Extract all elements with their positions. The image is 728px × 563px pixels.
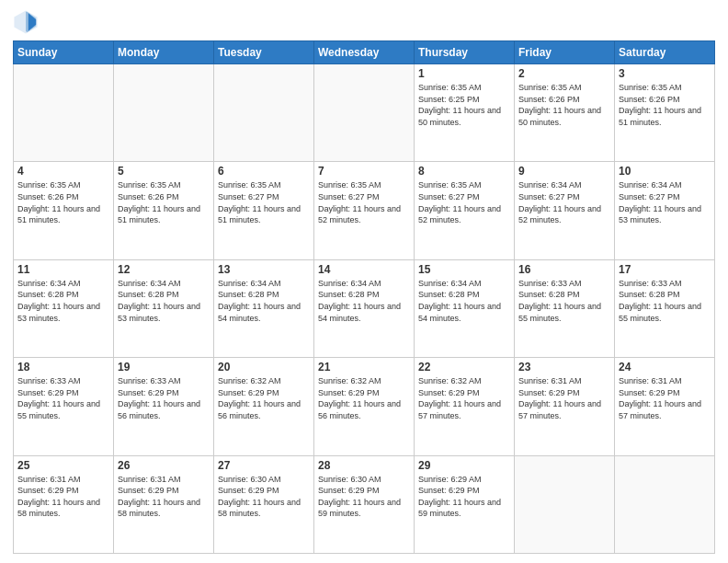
day-info: Sunrise: 6:29 AM Sunset: 6:29 PM Dayligh… [418, 474, 510, 520]
day-info: Sunrise: 6:32 AM Sunset: 6:29 PM Dayligh… [218, 375, 310, 421]
day-header-sunday: Sunday [14, 41, 114, 64]
logo-icon [13, 9, 39, 35]
day-info: Sunrise: 6:34 AM Sunset: 6:28 PM Dayligh… [17, 278, 109, 324]
day-header-monday: Monday [114, 41, 214, 64]
day-cell: 19Sunrise: 6:33 AM Sunset: 6:29 PM Dayli… [114, 358, 214, 455]
day-info: Sunrise: 6:34 AM Sunset: 6:27 PM Dayligh… [518, 179, 610, 225]
day-cell: 27Sunrise: 6:30 AM Sunset: 6:29 PM Dayli… [214, 455, 314, 553]
week-row-5: 25Sunrise: 6:31 AM Sunset: 6:29 PM Dayli… [14, 455, 715, 553]
day-cell [14, 64, 114, 162]
day-cell [615, 455, 715, 553]
day-number: 5 [118, 165, 210, 178]
logo [13, 9, 42, 35]
day-number: 4 [17, 165, 109, 178]
day-info: Sunrise: 6:35 AM Sunset: 6:27 PM Dayligh… [318, 179, 410, 225]
day-number: 7 [318, 165, 410, 178]
day-cell [314, 64, 415, 162]
day-info: Sunrise: 6:31 AM Sunset: 6:29 PM Dayligh… [17, 474, 109, 520]
day-header-tuesday: Tuesday [214, 41, 314, 64]
day-info: Sunrise: 6:35 AM Sunset: 6:26 PM Dayligh… [118, 179, 210, 225]
day-number: 13 [218, 263, 310, 276]
day-info: Sunrise: 6:35 AM Sunset: 6:26 PM Dayligh… [17, 179, 109, 225]
header [13, 9, 715, 35]
day-header-wednesday: Wednesday [314, 41, 415, 64]
week-row-1: 1Sunrise: 6:35 AM Sunset: 6:25 PM Daylig… [14, 64, 715, 162]
day-number: 2 [518, 67, 610, 80]
day-number: 17 [619, 263, 711, 276]
day-info: Sunrise: 6:31 AM Sunset: 6:29 PM Dayligh… [619, 375, 711, 421]
day-number: 18 [17, 361, 109, 373]
day-cell: 15Sunrise: 6:34 AM Sunset: 6:28 PM Dayli… [415, 259, 515, 357]
day-info: Sunrise: 6:33 AM Sunset: 6:29 PM Dayligh… [118, 375, 210, 421]
day-cell: 22Sunrise: 6:32 AM Sunset: 6:29 PM Dayli… [415, 358, 515, 455]
day-number: 27 [218, 459, 310, 472]
day-info: Sunrise: 6:34 AM Sunset: 6:28 PM Dayligh… [218, 278, 310, 324]
day-info: Sunrise: 6:35 AM Sunset: 6:25 PM Dayligh… [418, 82, 510, 128]
day-number: 19 [118, 361, 210, 373]
day-number: 3 [619, 67, 711, 80]
day-number: 9 [518, 165, 610, 178]
day-cell: 14Sunrise: 6:34 AM Sunset: 6:28 PM Dayli… [314, 259, 415, 357]
day-info: Sunrise: 6:35 AM Sunset: 6:26 PM Dayligh… [619, 82, 711, 128]
day-cell: 4Sunrise: 6:35 AM Sunset: 6:26 PM Daylig… [14, 162, 114, 259]
day-number: 24 [619, 361, 711, 373]
day-number: 28 [318, 459, 410, 472]
calendar-body: 1Sunrise: 6:35 AM Sunset: 6:25 PM Daylig… [14, 64, 715, 554]
day-number: 23 [518, 361, 610, 373]
day-header-friday: Friday [515, 41, 615, 64]
day-number: 25 [17, 459, 109, 472]
day-cell: 12Sunrise: 6:34 AM Sunset: 6:28 PM Dayli… [114, 259, 214, 357]
day-cell [515, 455, 615, 553]
header-row: SundayMondayTuesdayWednesdayThursdayFrid… [14, 41, 715, 64]
day-info: Sunrise: 6:34 AM Sunset: 6:27 PM Dayligh… [619, 179, 711, 225]
day-header-thursday: Thursday [415, 41, 515, 64]
day-cell: 16Sunrise: 6:33 AM Sunset: 6:28 PM Dayli… [515, 259, 615, 357]
day-cell: 11Sunrise: 6:34 AM Sunset: 6:28 PM Dayli… [14, 259, 114, 357]
day-cell: 28Sunrise: 6:30 AM Sunset: 6:29 PM Dayli… [314, 455, 415, 553]
day-number: 26 [118, 459, 210, 472]
day-cell: 29Sunrise: 6:29 AM Sunset: 6:29 PM Dayli… [415, 455, 515, 553]
day-number: 6 [218, 165, 310, 178]
day-cell: 3Sunrise: 6:35 AM Sunset: 6:26 PM Daylig… [615, 64, 715, 162]
day-info: Sunrise: 6:30 AM Sunset: 6:29 PM Dayligh… [218, 474, 310, 520]
day-number: 1 [418, 67, 510, 80]
day-cell: 20Sunrise: 6:32 AM Sunset: 6:29 PM Dayli… [214, 358, 314, 455]
day-cell: 8Sunrise: 6:35 AM Sunset: 6:27 PM Daylig… [415, 162, 515, 259]
day-info: Sunrise: 6:32 AM Sunset: 6:29 PM Dayligh… [418, 375, 510, 421]
day-info: Sunrise: 6:32 AM Sunset: 6:29 PM Dayligh… [318, 375, 410, 421]
day-info: Sunrise: 6:31 AM Sunset: 6:29 PM Dayligh… [518, 375, 610, 421]
day-cell: 7Sunrise: 6:35 AM Sunset: 6:27 PM Daylig… [314, 162, 415, 259]
day-cell: 24Sunrise: 6:31 AM Sunset: 6:29 PM Dayli… [615, 358, 715, 455]
day-info: Sunrise: 6:34 AM Sunset: 6:28 PM Dayligh… [318, 278, 410, 324]
day-number: 15 [418, 263, 510, 276]
day-cell: 21Sunrise: 6:32 AM Sunset: 6:29 PM Dayli… [314, 358, 415, 455]
week-row-4: 18Sunrise: 6:33 AM Sunset: 6:29 PM Dayli… [14, 358, 715, 455]
day-cell: 5Sunrise: 6:35 AM Sunset: 6:26 PM Daylig… [114, 162, 214, 259]
day-cell [214, 64, 314, 162]
day-cell: 1Sunrise: 6:35 AM Sunset: 6:25 PM Daylig… [415, 64, 515, 162]
day-cell: 26Sunrise: 6:31 AM Sunset: 6:29 PM Dayli… [114, 455, 214, 553]
day-info: Sunrise: 6:35 AM Sunset: 6:27 PM Dayligh… [218, 179, 310, 225]
day-header-saturday: Saturday [615, 41, 715, 64]
day-number: 11 [17, 263, 109, 276]
day-cell: 9Sunrise: 6:34 AM Sunset: 6:27 PM Daylig… [515, 162, 615, 259]
day-cell: 6Sunrise: 6:35 AM Sunset: 6:27 PM Daylig… [214, 162, 314, 259]
day-number: 10 [619, 165, 711, 178]
calendar-header: SundayMondayTuesdayWednesdayThursdayFrid… [14, 41, 715, 64]
day-info: Sunrise: 6:34 AM Sunset: 6:28 PM Dayligh… [418, 278, 510, 324]
calendar-table: SundayMondayTuesdayWednesdayThursdayFrid… [13, 40, 715, 554]
day-cell: 2Sunrise: 6:35 AM Sunset: 6:26 PM Daylig… [515, 64, 615, 162]
day-cell: 13Sunrise: 6:34 AM Sunset: 6:28 PM Dayli… [214, 259, 314, 357]
day-info: Sunrise: 6:33 AM Sunset: 6:28 PM Dayligh… [518, 278, 610, 324]
day-info: Sunrise: 6:30 AM Sunset: 6:29 PM Dayligh… [318, 474, 410, 520]
day-cell: 18Sunrise: 6:33 AM Sunset: 6:29 PM Dayli… [14, 358, 114, 455]
day-info: Sunrise: 6:35 AM Sunset: 6:26 PM Dayligh… [518, 82, 610, 128]
day-cell: 10Sunrise: 6:34 AM Sunset: 6:27 PM Dayli… [615, 162, 715, 259]
day-info: Sunrise: 6:35 AM Sunset: 6:27 PM Dayligh… [418, 179, 510, 225]
day-number: 12 [118, 263, 210, 276]
day-info: Sunrise: 6:33 AM Sunset: 6:28 PM Dayligh… [619, 278, 711, 324]
day-info: Sunrise: 6:33 AM Sunset: 6:29 PM Dayligh… [17, 375, 109, 421]
week-row-3: 11Sunrise: 6:34 AM Sunset: 6:28 PM Dayli… [14, 259, 715, 357]
day-number: 14 [318, 263, 410, 276]
page: SundayMondayTuesdayWednesdayThursdayFrid… [0, 0, 728, 563]
